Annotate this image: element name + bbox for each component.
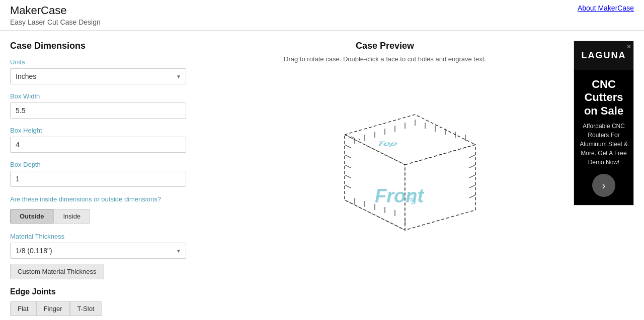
box-width-input[interactable] (10, 102, 186, 119)
center-panel: Case Preview Drag to rotate case. Double… (196, 41, 574, 320)
box-height-field-group: Box Height (10, 127, 186, 153)
site-logo: MakerCase (10, 4, 101, 17)
edge-joints-title: Edge Joints (10, 287, 186, 296)
units-select-wrapper: Inches Millimeters (10, 68, 186, 84)
box-height-label: Box Height (10, 127, 186, 134)
material-thickness-label: Material Thickness (10, 233, 186, 240)
svg-text:Front: Front (375, 185, 424, 206)
units-select[interactable]: Inches Millimeters (10, 68, 186, 84)
material-thickness-select[interactable]: 1/8 (0.118") 1/4 (0.25") 3/8 (0.375") 1/… (10, 243, 186, 259)
logo-area: MakerCase Easy Laser Cut Case Design (10, 4, 101, 26)
box-height-input[interactable] (10, 137, 186, 153)
material-thickness-select-wrapper: 1/8 (0.118") 1/4 (0.25") 3/8 (0.375") 1/… (10, 243, 186, 259)
dimension-type-group: Are these inside dimensions or outside d… (10, 195, 186, 224)
edge-joints-button-group: Flat Finger T-Slot (10, 301, 186, 316)
edge-joints-group: Edge Joints Flat Finger T-Slot (10, 287, 186, 316)
tslot-joint-button[interactable]: T-Slot (70, 301, 102, 316)
ad-headline: CNC Cutters on Sale (579, 78, 628, 118)
custom-material-thickness-button[interactable]: Custom Material Thickness (10, 264, 104, 279)
box-depth-field-group: Box Depth (10, 161, 186, 187)
ad-text: Affordable CNC Routers For Aluminum Stee… (579, 122, 628, 167)
ad-close-icon[interactable]: ✕ (626, 43, 631, 50)
ad-container: ✕ LAGUNA CNC Cutters on Sale Affordable … (574, 41, 634, 205)
units-label: Units (10, 58, 186, 66)
box-width-field-group: Box Width (10, 92, 186, 119)
case-preview-canvas[interactable]: Front Left Top (289, 74, 480, 255)
finger-joint-button[interactable]: Finger (36, 301, 70, 316)
case-dimensions-title: Case Dimensions (10, 41, 186, 51)
svg-text:Top: Top (376, 140, 398, 147)
material-thickness-group: Material Thickness 1/8 (0.118") 1/4 (0.2… (10, 233, 186, 279)
outside-button[interactable]: Outside (10, 209, 53, 224)
ad-brand: LAGUNA (574, 41, 633, 70)
main-layout: Case Dimensions Units Inches Millimeters… (0, 31, 644, 320)
dimension-toggle-group: Outside Inside (10, 209, 186, 224)
box-depth-input[interactable] (10, 171, 186, 187)
ad-body: CNC Cutters on Sale Affordable CNC Route… (574, 70, 633, 205)
flat-joint-button[interactable]: Flat (10, 301, 36, 316)
box-depth-label: Box Depth (10, 161, 186, 168)
ad-arrow-button[interactable]: › (592, 174, 615, 197)
site-tagline: Easy Laser Cut Case Design (10, 18, 101, 26)
box-width-label: Box Width (10, 92, 186, 100)
case-svg: Front Left Top (289, 74, 480, 255)
inside-button[interactable]: Inside (53, 209, 90, 224)
header: MakerCase Easy Laser Cut Case Design Abo… (0, 0, 644, 31)
case-preview-title: Case Preview (356, 41, 414, 51)
right-panel: ✕ LAGUNA CNC Cutters on Sale Affordable … (574, 41, 634, 320)
left-panel: Case Dimensions Units Inches Millimeters… (10, 41, 196, 320)
about-link[interactable]: About MakerCase (578, 4, 634, 12)
units-field-group: Units Inches Millimeters (10, 58, 186, 84)
case-preview-subtitle: Drag to rotate case. Double-click a face… (284, 54, 486, 64)
dimensions-question: Are these inside dimensions or outside d… (10, 195, 186, 204)
